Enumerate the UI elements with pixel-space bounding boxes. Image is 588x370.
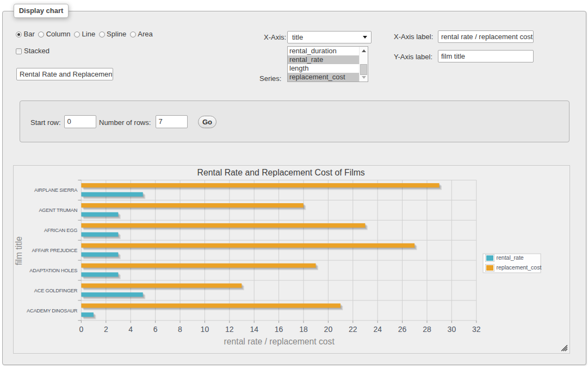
svg-text:18: 18 [299,325,308,334]
svg-text:AGENT TRUMAN: AGENT TRUMAN [39,208,77,213]
svg-text:AFRICAN EGG: AFRICAN EGG [44,228,77,233]
svg-text:28: 28 [423,325,431,334]
svg-text:10: 10 [201,325,209,334]
svg-text:rental_rate: rental_rate [497,254,524,261]
svg-text:ACE GOLDFINGER: ACE GOLDFINGER [34,288,78,293]
svg-text:2: 2 [104,325,108,334]
svg-text:32: 32 [472,325,481,334]
svg-text:26: 26 [398,325,407,334]
svg-text:replacement_cost: replacement_cost [497,264,542,271]
svg-text:24: 24 [373,325,382,334]
svg-text:4: 4 [128,325,133,334]
svg-text:22: 22 [349,325,357,334]
svg-text:8: 8 [178,325,182,334]
svg-text:20: 20 [324,325,333,334]
svg-text:16: 16 [275,325,283,334]
svg-text:30: 30 [448,325,456,334]
svg-text:0: 0 [79,325,84,334]
svg-text:ACADEMY DINOSAUR: ACADEMY DINOSAUR [27,308,78,313]
svg-text:film title: film title [14,236,23,265]
svg-text:12: 12 [225,325,234,334]
svg-text:ADAPTATION HOLES: ADAPTATION HOLES [29,268,77,273]
svg-text:14: 14 [250,325,258,334]
svg-text:AFFAIR PREJUDICE: AFFAIR PREJUDICE [32,248,78,253]
svg-text:AIRPLANE SIERRA: AIRPLANE SIERRA [34,187,78,193]
svg-text:Rental Rate and Replacement Co: Rental Rate and Replacement Cost of Film… [197,168,365,177]
svg-text:rental rate / replacement cost: rental rate / replacement cost [224,337,335,346]
svg-text:6: 6 [153,325,158,334]
